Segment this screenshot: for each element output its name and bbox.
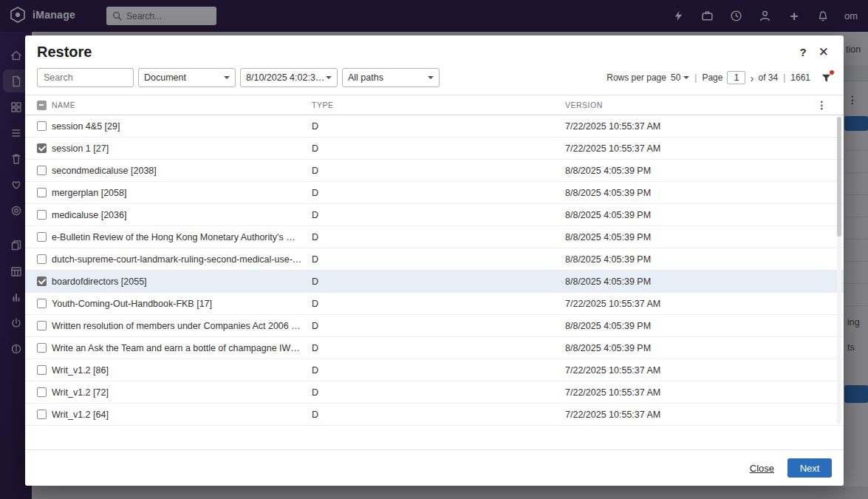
page-input[interactable] xyxy=(727,71,745,84)
row-version: 7/22/2025 10:55:37 AM xyxy=(565,299,832,309)
table-row[interactable]: Writ_v1.2 [64] D 7/22/2025 10:55:37 AM xyxy=(25,404,844,426)
dialog-search xyxy=(37,68,134,87)
row-version: 8/8/2025 4:05:39 PM xyxy=(565,254,832,265)
dialog-search-input[interactable] xyxy=(37,68,134,87)
row-name: Writ_v1.2 [64] xyxy=(52,410,312,420)
rows-per-page-value: 50 xyxy=(671,72,680,83)
page-label: Page xyxy=(702,72,722,83)
row-name: mergerplan [2058] xyxy=(52,188,312,198)
restore-table-body: session 4&5 [29] D 7/22/2025 10:55:37 AM… xyxy=(25,115,844,449)
close-icon[interactable]: ✕ xyxy=(819,46,829,58)
table-row[interactable]: Write an Ask the Team and earn a bottle … xyxy=(25,337,844,359)
path-filter-value: All paths xyxy=(348,72,383,83)
table-row[interactable]: e-Bulletin Review of the Hong Kong Monet… xyxy=(25,226,844,248)
table-row[interactable]: boardofdirectors [2055] D 8/8/2025 4:05:… xyxy=(25,271,844,293)
close-button[interactable]: Close xyxy=(750,463,774,474)
row-name: session 4&5 [29] xyxy=(52,121,312,132)
snapshot-date-value: 8/10/2025 4:02:37... xyxy=(246,72,326,83)
row-type: D xyxy=(312,387,565,398)
row-version: 8/8/2025 4:05:39 PM xyxy=(565,343,832,353)
row-checkbox[interactable] xyxy=(37,343,47,353)
row-checkbox[interactable] xyxy=(37,276,47,286)
row-type: D xyxy=(312,254,565,265)
row-type: D xyxy=(312,410,565,420)
row-version: 8/8/2025 4:05:39 PM xyxy=(565,321,832,331)
chevron-down-icon xyxy=(326,76,332,82)
row-type: D xyxy=(312,299,565,309)
path-filter-dropdown[interactable]: All paths xyxy=(342,68,440,87)
table-scrollbar[interactable] xyxy=(837,117,841,424)
table-header-row: NAME TYPE VERSION ⋮ xyxy=(25,95,844,115)
row-type: D xyxy=(312,321,565,331)
row-checkbox[interactable] xyxy=(37,410,47,419)
snapshot-date-dropdown[interactable]: 8/10/2025 4:02:37... xyxy=(240,68,338,87)
chevron-down-icon xyxy=(224,76,230,82)
row-type: D xyxy=(312,210,565,220)
table-row[interactable]: mergerplan [2058] D 8/8/2025 4:05:39 PM xyxy=(25,182,844,204)
row-name: secondmedicaluse [2038] xyxy=(52,166,312,176)
restore-dialog: Restore ? ✕ Document 8/10/2025 4:02:37..… xyxy=(25,35,844,486)
row-checkbox[interactable] xyxy=(37,299,47,308)
row-name: session 1 [27] xyxy=(52,143,312,154)
row-checkbox[interactable] xyxy=(37,254,47,264)
row-checkbox[interactable] xyxy=(37,232,47,242)
table-row[interactable]: secondmedicaluse [2038] D 8/8/2025 4:05:… xyxy=(25,160,844,182)
row-type: D xyxy=(312,343,565,353)
rows-per-page-label: Rows per page xyxy=(606,72,666,83)
row-name: boardofdirectors [2055] xyxy=(52,276,312,287)
row-checkbox[interactable] xyxy=(37,188,47,197)
filter-alert-dot xyxy=(830,70,834,75)
help-icon[interactable]: ? xyxy=(800,46,807,58)
row-name: Written resolution of members under Comp… xyxy=(52,321,312,331)
row-checkbox[interactable] xyxy=(37,321,47,330)
row-version: 7/22/2025 10:55:37 AM xyxy=(565,410,832,420)
table-row[interactable]: Youth-Coming-Out-Handbook-FKB [17] D 7/2… xyxy=(25,293,844,315)
row-type: D xyxy=(312,143,565,154)
total-count: 1661 xyxy=(790,72,810,83)
pager-separator: | xyxy=(783,72,785,83)
row-version: 7/22/2025 10:55:37 AM xyxy=(565,387,832,398)
column-header-type[interactable]: TYPE xyxy=(312,101,565,109)
column-header-version[interactable]: VERSION xyxy=(565,101,832,109)
dialog-title: Restore xyxy=(37,44,92,61)
row-version: 7/22/2025 10:55:37 AM xyxy=(565,143,832,154)
row-type: D xyxy=(312,365,565,376)
row-version: 8/8/2025 4:05:39 PM xyxy=(565,210,832,220)
table-row[interactable]: Written resolution of members under Comp… xyxy=(25,315,844,337)
table-row[interactable]: session 4&5 [29] D 7/22/2025 10:55:37 AM xyxy=(25,115,844,138)
row-checkbox[interactable] xyxy=(37,387,47,397)
table-scrollbar-thumb[interactable] xyxy=(837,117,841,237)
row-checkbox[interactable] xyxy=(37,143,47,153)
row-version: 8/8/2025 4:05:39 PM xyxy=(565,276,832,287)
rows-per-page-select[interactable]: 50 xyxy=(671,72,689,83)
row-type: D xyxy=(312,121,565,132)
row-version: 8/8/2025 4:05:39 PM xyxy=(565,188,832,198)
row-checkbox[interactable] xyxy=(37,210,47,220)
next-button[interactable]: Next xyxy=(787,458,832,478)
type-filter-value: Document xyxy=(144,72,186,83)
row-checkbox[interactable] xyxy=(37,121,47,131)
table-row[interactable]: Writ_v1.2 [86] D 7/22/2025 10:55:37 AM xyxy=(25,359,844,381)
table-row[interactable]: session 1 [27] D 7/22/2025 10:55:37 AM xyxy=(25,138,844,160)
type-filter-dropdown[interactable]: Document xyxy=(138,68,236,87)
pagination-bar: Rows per page 50 | Page › of 34 | 1661 xyxy=(606,71,832,84)
row-version: 7/22/2025 10:55:37 AM xyxy=(565,121,832,132)
table-row[interactable]: medicaluse [2036] D 8/8/2025 4:05:39 PM xyxy=(25,204,844,226)
row-name: Writ_v1.2 [72] xyxy=(52,387,312,398)
filter-funnel-icon[interactable] xyxy=(821,72,832,84)
row-checkbox[interactable] xyxy=(37,166,47,175)
row-type: D xyxy=(312,276,565,287)
table-row[interactable]: dutch-supreme-court-landmark-ruling-seco… xyxy=(25,248,844,271)
column-header-name[interactable]: NAME xyxy=(52,101,312,109)
row-version: 8/8/2025 4:05:39 PM xyxy=(565,232,832,242)
row-name: Youth-Coming-Out-Handbook-FKB [17] xyxy=(52,299,312,309)
row-type: D xyxy=(312,166,565,176)
pager-separator: | xyxy=(694,72,697,83)
page-total-label: of 34 xyxy=(758,72,778,83)
row-name: Writ_v1.2 [86] xyxy=(52,365,312,376)
select-all-checkbox[interactable] xyxy=(37,101,47,110)
table-row[interactable]: Writ_v1.2 [72] D 7/22/2025 10:55:37 AM xyxy=(25,381,844,404)
column-menu-icon[interactable]: ⋮ xyxy=(817,99,828,111)
next-page-icon[interactable]: › xyxy=(750,72,753,84)
row-checkbox[interactable] xyxy=(37,365,47,375)
